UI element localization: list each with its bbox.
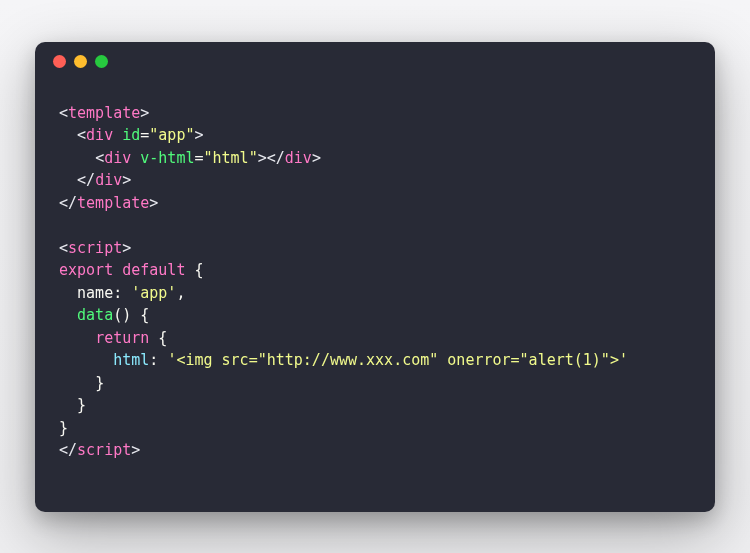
code-token: : — [149, 351, 167, 369]
code-line — [59, 214, 691, 237]
code-line: } — [59, 394, 691, 417]
code-line: export default { — [59, 259, 691, 282]
code-token: > — [312, 149, 321, 167]
code-token: id — [122, 126, 140, 144]
code-token: , — [176, 284, 185, 302]
code-token: } — [59, 419, 68, 437]
code-token: { — [185, 261, 203, 279]
code-line: } — [59, 372, 691, 395]
code-token: export — [59, 261, 113, 279]
code-token: > — [140, 104, 149, 122]
code-token: default — [122, 261, 185, 279]
code-token: div — [95, 171, 122, 189]
code-token: div — [285, 149, 312, 167]
code-token: </ — [77, 171, 95, 189]
code-line: } — [59, 417, 691, 440]
code-token: return — [95, 329, 149, 347]
code-editor: <template> <div id="app"> <div v-html="h… — [35, 82, 715, 482]
code-token: v-html — [140, 149, 194, 167]
code-token: 'app' — [131, 284, 176, 302]
code-token: script — [68, 239, 122, 257]
code-token: html — [113, 351, 149, 369]
code-line: return { — [59, 327, 691, 350]
code-line: <template> — [59, 102, 691, 125]
code-token: { — [149, 329, 167, 347]
minimize-icon[interactable] — [74, 55, 87, 68]
code-token: "html" — [204, 149, 258, 167]
code-token — [131, 149, 140, 167]
close-icon[interactable] — [53, 55, 66, 68]
code-line: data() { — [59, 304, 691, 327]
code-token: > — [122, 239, 131, 257]
code-line: <div id="app"> — [59, 124, 691, 147]
code-token: < — [77, 126, 86, 144]
code-token — [113, 261, 122, 279]
code-token: () { — [113, 306, 149, 324]
code-token: < — [95, 149, 104, 167]
code-token: data — [77, 306, 113, 324]
code-token — [113, 126, 122, 144]
code-token: > — [149, 194, 158, 212]
code-token: < — [59, 104, 68, 122]
code-line: </script> — [59, 439, 691, 462]
code-line: </div> — [59, 169, 691, 192]
code-token: > — [122, 171, 131, 189]
code-token: div — [104, 149, 131, 167]
code-token: '<img src="http://www.xxx.com" onerror="… — [167, 351, 628, 369]
code-token: template — [68, 104, 140, 122]
code-token: name: — [77, 284, 131, 302]
maximize-icon[interactable] — [95, 55, 108, 68]
code-token: = — [194, 149, 203, 167]
code-token: } — [95, 374, 104, 392]
code-token: = — [140, 126, 149, 144]
code-token: > — [194, 126, 203, 144]
code-line: <script> — [59, 237, 691, 260]
titlebar — [35, 42, 715, 82]
code-token: </ — [59, 194, 77, 212]
code-line: </template> — [59, 192, 691, 215]
code-token: </ — [59, 441, 77, 459]
code-token: } — [77, 396, 86, 414]
code-token: script — [77, 441, 131, 459]
code-token: "app" — [149, 126, 194, 144]
code-token: div — [86, 126, 113, 144]
code-window: <template> <div id="app"> <div v-html="h… — [35, 42, 715, 512]
code-line: name: 'app', — [59, 282, 691, 305]
code-token: > — [258, 149, 267, 167]
code-line: html: '<img src="http://www.xxx.com" one… — [59, 349, 691, 372]
code-token: </ — [267, 149, 285, 167]
code-token: template — [77, 194, 149, 212]
code-token: > — [131, 441, 140, 459]
code-token: < — [59, 239, 68, 257]
code-line: <div v-html="html"></div> — [59, 147, 691, 170]
